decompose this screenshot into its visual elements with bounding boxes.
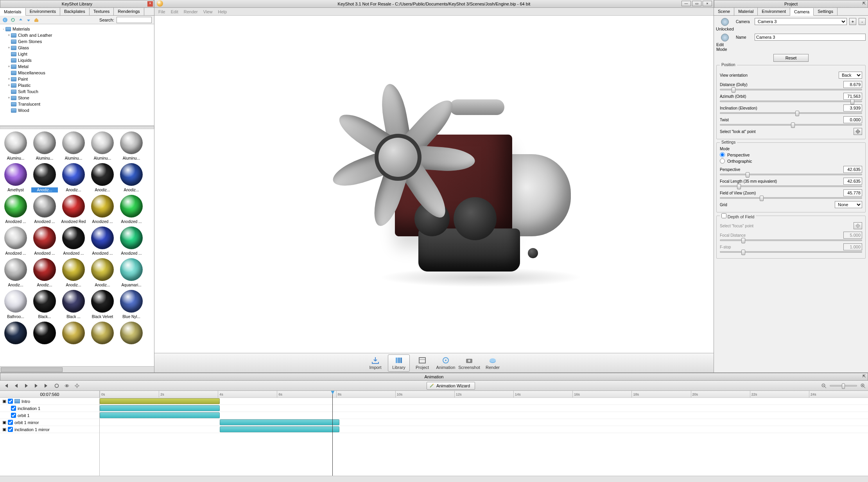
lookat-pick-button[interactable] [854, 128, 862, 135]
tree-item[interactable]: Gem Stones [2, 38, 152, 45]
twist-input[interactable] [843, 116, 862, 123]
fov-input[interactable] [843, 189, 862, 196]
material-swatch[interactable]: Anodiz... [60, 258, 87, 288]
material-swatch[interactable]: Anodiz... [31, 258, 58, 288]
library-titlebar[interactable]: KeyShot Library × [0, 0, 154, 8]
animation-tree[interactable]: 00:07:560 ▣Introinclination 1orbit 1▣orb… [0, 391, 100, 476]
menu-render[interactable]: Render [184, 9, 198, 14]
material-swatch[interactable]: Anodized ... [2, 195, 29, 224]
project-button[interactable]: Project [411, 354, 433, 372]
material-swatch[interactable]: Anodized ... [60, 227, 87, 256]
tab-materials[interactable]: Materials [0, 8, 26, 16]
tree-item[interactable]: Liquids [2, 57, 152, 63]
close-icon[interactable]: × [703, 1, 712, 6]
material-swatch[interactable]: Aluminu... [89, 131, 116, 161]
material-swatch[interactable]: Anodiz... [89, 163, 116, 192]
camera-name-input[interactable] [755, 34, 866, 41]
material-swatch[interactable]: Amethyst [2, 163, 29, 192]
zoom-out-icon[interactable] [821, 383, 827, 388]
focal-length-slider[interactable] [720, 185, 862, 187]
track-checkbox[interactable] [8, 427, 13, 432]
focus-pick-button[interactable] [854, 222, 862, 229]
grid-select[interactable]: None [835, 201, 862, 208]
render-viewport[interactable] [154, 16, 714, 353]
mode-orthographic-radio[interactable] [720, 158, 725, 164]
go-end-icon[interactable] [43, 382, 50, 389]
mode-perspective-radio[interactable] [720, 152, 725, 157]
material-swatch[interactable]: Anodized ... [89, 195, 116, 224]
go-start-icon[interactable] [2, 382, 9, 389]
clip[interactable] [220, 419, 340, 425]
view-orientation-select[interactable]: Back [839, 72, 862, 79]
focal-length-input[interactable] [843, 178, 862, 185]
tree-item[interactable]: +Stone [2, 95, 152, 101]
remove-camera-button[interactable]: - [859, 18, 866, 25]
import-button[interactable]: Import [364, 354, 386, 372]
preview-icon[interactable] [63, 382, 70, 389]
timeline-track[interactable] [100, 405, 868, 412]
minimize-icon[interactable]: — [681, 1, 691, 6]
timeline-track[interactable] [100, 419, 868, 426]
azimuth-slider[interactable] [720, 101, 862, 102]
track-checkbox[interactable] [8, 399, 13, 404]
material-swatch[interactable] [31, 322, 58, 347]
material-swatch[interactable] [2, 322, 29, 347]
distance-input[interactable] [843, 81, 862, 88]
menu-file[interactable]: File [158, 9, 165, 14]
step-fwd-icon[interactable] [33, 382, 40, 389]
library-button[interactable]: Library [388, 354, 410, 372]
clip[interactable] [100, 412, 220, 418]
zoom-in-icon[interactable] [860, 383, 866, 388]
loop-icon[interactable] [53, 382, 60, 389]
editmode-button[interactable]: Edit Mode [716, 34, 733, 52]
material-swatch[interactable]: Anodiz... [60, 163, 87, 192]
tree-item[interactable]: Translucent [2, 101, 152, 107]
screenshot-button[interactable]: Screenshot [458, 354, 480, 372]
menu-edit[interactable]: Edit [171, 9, 178, 14]
animation-wizard-button[interactable]: Animation Wizard [427, 382, 475, 390]
project-titlebar[interactable]: Project ⇱ [714, 0, 868, 8]
timeline-track[interactable] [100, 398, 868, 405]
material-swatch[interactable]: Anodiz... [31, 163, 58, 192]
splitter-handle[interactable] [0, 126, 154, 129]
playhead[interactable] [332, 391, 333, 476]
pin-icon[interactable]: ⇱ [861, 374, 867, 379]
track-row[interactable]: ▣inclination 1 mirror [0, 426, 99, 433]
step-back-icon[interactable] [13, 382, 20, 389]
play-icon[interactable] [23, 382, 30, 389]
fov-slider[interactable] [720, 197, 862, 199]
timeline[interactable]: 0s2s4s6s8s10s12s14s16s18s20s22s24s [100, 391, 868, 476]
tab-backplates[interactable]: Backplates [60, 8, 90, 15]
main-titlebar[interactable]: KeyShot 3.1 Not For Resale - C:/Users/Pu… [154, 0, 714, 8]
material-swatch[interactable]: Black... [31, 290, 58, 319]
h-scrollbar[interactable] [0, 366, 154, 372]
search-input[interactable] [117, 17, 152, 23]
tree-item[interactable]: Wood [2, 107, 152, 113]
zoom-slider[interactable] [830, 385, 857, 387]
material-swatch[interactable]: Anodized Red [60, 195, 87, 224]
tree-item[interactable]: +Cloth and Leather [2, 32, 152, 38]
tree-item[interactable]: +Metal [2, 63, 152, 70]
clip[interactable] [100, 398, 220, 404]
down-icon[interactable] [26, 17, 31, 23]
menu-view[interactable]: View [203, 9, 213, 14]
material-swatch[interactable]: Blue Nyl... [118, 290, 145, 319]
material-swatch[interactable]: Aluminu... [2, 131, 29, 161]
material-swatch[interactable]: Bathroo... [2, 290, 29, 319]
material-swatch[interactable]: Anodized ... [118, 195, 145, 224]
pin-icon[interactable]: ⇱ [861, 1, 867, 7]
animation-button[interactable]: Animation [435, 354, 457, 372]
track-row[interactable]: ▣Intro [0, 398, 99, 405]
tab-environments[interactable]: Environments [26, 8, 60, 15]
material-swatch[interactable] [89, 322, 116, 347]
material-swatch[interactable]: Anodiz... [89, 258, 116, 288]
track-row[interactable]: inclination 1 [0, 405, 99, 412]
track-checkbox[interactable] [8, 420, 13, 425]
distance-slider[interactable] [720, 89, 862, 90]
material-swatch[interactable]: Anodized ... [31, 195, 58, 224]
home-icon[interactable] [34, 17, 39, 23]
tree-item[interactable]: +Plastic [2, 82, 152, 88]
tree-item[interactable]: +Glass [2, 45, 152, 51]
material-swatch[interactable]: Aluminu... [31, 131, 58, 161]
reset-button[interactable]: Reset [773, 54, 809, 62]
